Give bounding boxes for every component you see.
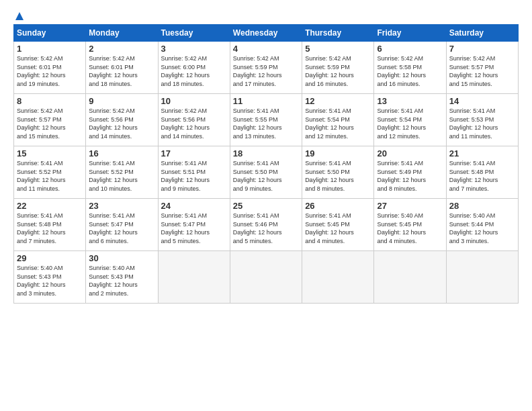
day-number: 16 <box>89 148 154 158</box>
day-number: 2 <box>89 44 154 54</box>
calendar-day: 18Sunrise: 5:41 AMSunset: 5:50 PMDayligh… <box>230 146 302 199</box>
day-info: Sunrise: 5:42 AMSunset: 6:01 PMDaylight:… <box>89 54 154 88</box>
day-number: 9 <box>89 96 154 106</box>
day-number: 4 <box>233 44 299 54</box>
day-info: Sunrise: 5:42 AMSunset: 5:57 PMDaylight:… <box>449 54 515 88</box>
calendar-day-empty <box>230 251 302 304</box>
calendar-day: 19Sunrise: 5:41 AMSunset: 5:50 PMDayligh… <box>302 146 374 199</box>
calendar-day: 4Sunrise: 5:42 AMSunset: 5:59 PMDaylight… <box>230 42 302 94</box>
calendar-day: 7Sunrise: 5:42 AMSunset: 5:57 PMDaylight… <box>446 42 518 94</box>
day-number: 6 <box>377 44 443 54</box>
day-info: Sunrise: 5:41 AMSunset: 5:55 PMDaylight:… <box>233 107 299 140</box>
day-number: 10 <box>161 96 227 106</box>
calendar-day: 3Sunrise: 5:42 AMSunset: 6:00 PMDaylight… <box>158 42 230 94</box>
calendar-day: 25Sunrise: 5:41 AMSunset: 5:46 PMDayligh… <box>230 199 302 251</box>
calendar-week-row: 1Sunrise: 5:42 AMSunset: 6:01 PMDaylight… <box>14 42 519 94</box>
calendar-day-empty <box>158 251 230 304</box>
day-info: Sunrise: 5:41 AMSunset: 5:48 PMDaylight:… <box>449 159 515 193</box>
day-number: 15 <box>17 148 83 158</box>
day-number: 5 <box>305 44 371 54</box>
calendar-day: 30Sunrise: 5:40 AMSunset: 5:43 PMDayligh… <box>86 251 158 304</box>
day-info: Sunrise: 5:42 AMSunset: 5:57 PMDaylight:… <box>17 107 83 140</box>
day-number: 27 <box>377 201 443 211</box>
calendar-day-empty <box>374 251 446 304</box>
day-number: 30 <box>89 253 154 263</box>
logo-icon <box>14 11 25 21</box>
calendar-day: 23Sunrise: 5:41 AMSunset: 5:47 PMDayligh… <box>86 199 158 251</box>
logo <box>13 11 26 19</box>
weekday-header-row: SundayMondayTuesdayWednesdayThursdayFrid… <box>14 25 519 42</box>
calendar-day-empty <box>446 251 518 304</box>
day-number: 7 <box>449 44 515 54</box>
day-info: Sunrise: 5:42 AMSunset: 6:01 PMDaylight:… <box>17 54 83 88</box>
weekday-header: Monday <box>86 25 158 42</box>
day-info: Sunrise: 5:42 AMSunset: 5:56 PMDaylight:… <box>161 107 227 140</box>
day-number: 26 <box>305 201 371 211</box>
calendar-day: 28Sunrise: 5:40 AMSunset: 5:44 PMDayligh… <box>446 199 518 251</box>
day-number: 3 <box>161 44 227 54</box>
day-info: Sunrise: 5:41 AMSunset: 5:46 PMDaylight:… <box>233 212 299 245</box>
weekday-header: Tuesday <box>158 25 230 42</box>
day-number: 13 <box>377 96 443 106</box>
weekday-header: Friday <box>374 25 446 42</box>
day-info: Sunrise: 5:41 AMSunset: 5:54 PMDaylight:… <box>377 107 443 140</box>
calendar-day: 8Sunrise: 5:42 AMSunset: 5:57 PMDaylight… <box>14 94 86 146</box>
day-number: 8 <box>17 96 83 106</box>
day-info: Sunrise: 5:40 AMSunset: 5:45 PMDaylight:… <box>377 212 443 245</box>
calendar-day: 1Sunrise: 5:42 AMSunset: 6:01 PMDaylight… <box>14 42 86 94</box>
calendar-day: 9Sunrise: 5:42 AMSunset: 5:56 PMDaylight… <box>86 94 158 146</box>
calendar-day: 21Sunrise: 5:41 AMSunset: 5:48 PMDayligh… <box>446 146 518 199</box>
calendar-day: 15Sunrise: 5:41 AMSunset: 5:52 PMDayligh… <box>14 146 86 199</box>
day-number: 23 <box>89 201 154 211</box>
calendar-day: 20Sunrise: 5:41 AMSunset: 5:49 PMDayligh… <box>374 146 446 199</box>
day-info: Sunrise: 5:42 AMSunset: 5:59 PMDaylight:… <box>233 54 299 88</box>
calendar-table: SundayMondayTuesdayWednesdayThursdayFrid… <box>13 24 519 304</box>
calendar-week-row: 29Sunrise: 5:40 AMSunset: 5:43 PMDayligh… <box>14 251 519 304</box>
day-number: 11 <box>233 96 299 106</box>
calendar-week-row: 8Sunrise: 5:42 AMSunset: 5:57 PMDaylight… <box>14 94 519 146</box>
day-info: Sunrise: 5:41 AMSunset: 5:52 PMDaylight:… <box>17 159 83 193</box>
day-number: 14 <box>449 96 515 106</box>
day-info: Sunrise: 5:42 AMSunset: 6:00 PMDaylight:… <box>161 54 227 88</box>
day-number: 12 <box>305 96 371 106</box>
day-info: Sunrise: 5:40 AMSunset: 5:44 PMDaylight:… <box>449 212 515 245</box>
day-number: 20 <box>377 148 443 158</box>
day-number: 19 <box>305 148 371 158</box>
day-info: Sunrise: 5:41 AMSunset: 5:45 PMDaylight:… <box>305 212 371 245</box>
day-info: Sunrise: 5:41 AMSunset: 5:51 PMDaylight:… <box>161 159 227 193</box>
calendar-day: 14Sunrise: 5:41 AMSunset: 5:53 PMDayligh… <box>446 94 518 146</box>
calendar-day: 10Sunrise: 5:42 AMSunset: 5:56 PMDayligh… <box>158 94 230 146</box>
day-number: 17 <box>161 148 227 158</box>
day-info: Sunrise: 5:41 AMSunset: 5:54 PMDaylight:… <box>305 107 371 140</box>
calendar-week-row: 15Sunrise: 5:41 AMSunset: 5:52 PMDayligh… <box>14 146 519 199</box>
calendar-day: 12Sunrise: 5:41 AMSunset: 5:54 PMDayligh… <box>302 94 374 146</box>
day-info: Sunrise: 5:41 AMSunset: 5:50 PMDaylight:… <box>305 159 371 193</box>
day-info: Sunrise: 5:41 AMSunset: 5:47 PMDaylight:… <box>161 212 227 245</box>
calendar-week-row: 22Sunrise: 5:41 AMSunset: 5:48 PMDayligh… <box>14 199 519 251</box>
calendar-day: 6Sunrise: 5:42 AMSunset: 5:58 PMDaylight… <box>374 42 446 94</box>
day-number: 1 <box>17 44 83 54</box>
day-info: Sunrise: 5:42 AMSunset: 5:58 PMDaylight:… <box>377 54 443 88</box>
weekday-header: Wednesday <box>230 25 302 42</box>
day-number: 28 <box>449 201 515 211</box>
weekday-header: Saturday <box>446 25 518 42</box>
day-info: Sunrise: 5:42 AMSunset: 5:59 PMDaylight:… <box>305 54 371 88</box>
calendar-day: 27Sunrise: 5:40 AMSunset: 5:45 PMDayligh… <box>374 199 446 251</box>
day-info: Sunrise: 5:41 AMSunset: 5:47 PMDaylight:… <box>89 212 154 245</box>
weekday-header: Thursday <box>302 25 374 42</box>
calendar-day: 24Sunrise: 5:41 AMSunset: 5:47 PMDayligh… <box>158 199 230 251</box>
calendar-day: 29Sunrise: 5:40 AMSunset: 5:43 PMDayligh… <box>14 251 86 304</box>
weekday-header: Sunday <box>14 25 86 42</box>
calendar-day: 13Sunrise: 5:41 AMSunset: 5:54 PMDayligh… <box>374 94 446 146</box>
calendar-day: 11Sunrise: 5:41 AMSunset: 5:55 PMDayligh… <box>230 94 302 146</box>
day-info: Sunrise: 5:41 AMSunset: 5:48 PMDaylight:… <box>17 212 83 245</box>
svg-marker-0 <box>15 12 24 20</box>
day-info: Sunrise: 5:40 AMSunset: 5:43 PMDaylight:… <box>89 264 154 298</box>
day-info: Sunrise: 5:41 AMSunset: 5:50 PMDaylight:… <box>233 159 299 193</box>
day-info: Sunrise: 5:41 AMSunset: 5:49 PMDaylight:… <box>377 159 443 193</box>
calendar-page: SundayMondayTuesdayWednesdayThursdayFrid… <box>0 0 532 411</box>
calendar-day-empty <box>302 251 374 304</box>
calendar-day: 22Sunrise: 5:41 AMSunset: 5:48 PMDayligh… <box>14 199 86 251</box>
calendar-day: 16Sunrise: 5:41 AMSunset: 5:52 PMDayligh… <box>86 146 158 199</box>
day-number: 25 <box>233 201 299 211</box>
